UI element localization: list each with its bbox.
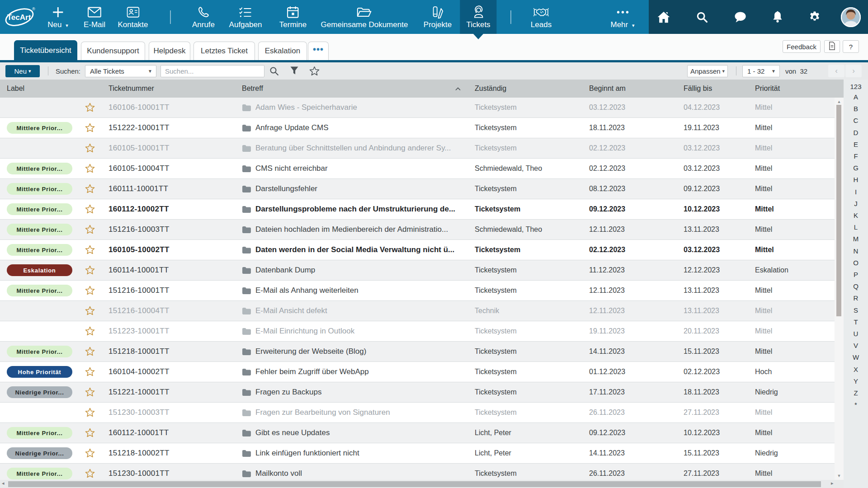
star-icon[interactable] [85,448,95,460]
alpha-index-123[interactable]: 123 [844,83,868,90]
ticket-subject[interactable]: CMS nicht erreichbar [255,159,328,178]
column-header-ticketnummer[interactable]: Ticketnummer [108,80,154,98]
alpha-index-U[interactable]: U [844,330,868,338]
ticket-subject[interactable]: Gibt es neue Updates [255,423,330,443]
ticket-subject[interactable]: E-Mail als Anhang weiterleiten [255,281,359,300]
star-icon[interactable] [85,347,95,358]
ticket-row[interactable]: Mittlere Prior...151230-10001TTMailkonto… [0,464,835,480]
alpha-index-R[interactable]: R [844,294,868,302]
alpha-index-Q[interactable]: Q [844,282,868,290]
alpha-index-K[interactable]: K [844,211,868,219]
star-icon[interactable] [85,204,95,216]
column-header-label[interactable]: Label [7,80,24,98]
alpha-index-B[interactable]: B [844,105,868,113]
ticket-subject[interactable]: Beratung über Schnittstellen und Anbindu… [255,138,451,158]
alpha-index-H[interactable]: H [844,176,868,183]
alpha-index-T[interactable]: T [844,318,868,326]
horizontal-scrollbar-thumb[interactable] [8,481,821,487]
alpha-index-L[interactable]: L [844,223,868,231]
ticket-subject[interactable]: Darstellungsfehler [255,179,317,199]
tab-ticketübersicht[interactable]: Ticketübersicht [14,40,77,60]
alpha-index-N[interactable]: N [844,247,868,255]
gear-icon[interactable] [808,0,821,34]
ticket-subject[interactable]: Fragen zur Bearbeitung von Signaturen [255,403,390,422]
ticket-row[interactable]: Mittlere Prior...160112-10002TTDarstellu… [0,199,835,220]
star-icon[interactable] [85,245,95,256]
scroll-right-arrow[interactable]: ▸ [831,480,834,486]
notes-button[interactable] [824,40,840,53]
alpha-index-J[interactable]: J [844,200,868,207]
alpha-index-W[interactable]: W [844,353,868,361]
bell-icon[interactable] [771,0,784,34]
nav-item-dokumente[interactable]: Gemeinsame Dokumente [315,0,415,34]
ticket-row[interactable]: Hohe Priorität160104-10002TTFehler beim … [0,362,835,382]
ticket-subject[interactable]: E-Mail Einrichtung in Outlook [255,321,354,341]
ticket-row[interactable]: Mittlere Prior...160105-10004TTCMS nicht… [0,159,835,179]
ticket-row[interactable]: Mittlere Prior...160112-10001TTGibt es n… [0,423,835,443]
star-icon[interactable] [85,265,95,277]
column-header-prioritaet[interactable]: Priorität [755,80,780,98]
star-icon[interactable] [85,428,95,439]
alpha-index-A[interactable]: A [844,93,868,101]
alpha-index-I[interactable]: I [844,188,868,196]
ticket-filter-select[interactable]: Alle Tickets▼ [85,65,156,77]
alpha-index-S[interactable]: S [844,306,868,314]
user-avatar[interactable] [840,0,861,34]
alpha-index-E[interactable]: E [844,141,868,148]
alpha-index-D[interactable]: D [844,129,868,136]
ticket-row[interactable]: 151223-10001TTE-Mail Einrichtung in Outl… [0,321,835,342]
favorite-icon[interactable] [309,66,320,78]
tecart-logo[interactable]: TecArt® [5,5,36,31]
ticket-row[interactable]: Mittlere Prior...151216-10003TTDateien h… [0,220,835,240]
nav-item-termine[interactable]: Termine [273,0,313,34]
nav-item-kontakte[interactable]: Kontakte [111,0,154,34]
star-icon[interactable] [85,408,95,419]
horizontal-scrollbar[interactable]: ◂ ▸ [0,480,844,488]
ticket-row[interactable]: Mittlere Prior...160111-10001TTDarstellu… [0,179,835,199]
scroll-left-arrow[interactable]: ◂ [2,480,5,486]
alpha-index-C[interactable]: C [844,117,868,124]
ticket-row[interactable]: 160106-10001TTAdam Wies - Speicherhavari… [0,98,835,118]
tab-kundensupport[interactable]: Kundensupport [81,42,145,60]
alpha-index-*[interactable]: * [844,401,868,408]
ticket-subject[interactable]: Adam Wies - Speicherhavarie [255,98,357,117]
star-icon[interactable] [85,387,95,399]
star-icon[interactable] [85,225,95,236]
ticket-subject[interactable]: Mailkonto voll [255,464,302,480]
ticket-subject[interactable]: Datenbank Dump [255,260,315,280]
chat-icon[interactable] [733,0,747,34]
help-button[interactable]: ? [843,40,859,53]
ticket-row[interactable]: Niedrige Prior...151221-10001TTFragen zu… [0,382,835,403]
vertical-scrollbar[interactable]: ▲ ▼ [835,98,844,480]
nav-item-aufgaben[interactable]: Aufgaben [223,0,269,34]
column-header-zustaendig[interactable]: Zuständig [475,80,506,98]
star-icon[interactable] [85,367,95,378]
ticket-row[interactable]: 151230-10003TTFragen zur Bearbeitung von… [0,403,835,423]
nav-item-mehr[interactable]: Mehr ▾ [604,0,641,34]
nav-item-email[interactable]: E-Mail [77,0,112,34]
alpha-index-Y[interactable]: Y [844,377,868,385]
tab-more[interactable]: ••• [308,42,329,60]
prev-page-button[interactable]: ‹ [828,65,844,77]
star-icon[interactable] [85,164,95,175]
ticket-row[interactable]: Niedrige Prior...151218-10002TTLink einf… [0,443,835,464]
ticket-row[interactable]: Mittlere Prior...160105-10002TTDaten wer… [0,240,835,260]
column-header-faellig-bis[interactable]: Fällig bis [684,80,712,98]
scroll-up-arrow[interactable]: ▲ [835,99,844,104]
scroll-down-arrow[interactable]: ▼ [835,474,844,478]
star-icon[interactable] [85,143,95,155]
filter-icon[interactable] [290,66,299,77]
nav-item-neu[interactable]: Neu ▾ [41,0,74,34]
alpha-index-X[interactable]: X [844,366,868,373]
home-icon[interactable] [657,0,670,34]
sort-ascending-icon[interactable] [455,80,461,98]
tab-helpdesk[interactable]: Helpdesk [149,42,190,60]
alpha-index-F[interactable]: F [844,152,868,160]
ticket-subject[interactable]: Link einfügen funktioniert nicht [255,443,359,463]
ticket-row[interactable]: Eskalation160114-10001TTDatenbank DumpTi… [0,260,835,281]
feedback-button[interactable]: Feedback [783,40,821,53]
ticket-subject[interactable]: Daten werden in der Social Media Verwalt… [255,240,454,260]
alpha-index-G[interactable]: G [844,164,868,172]
star-icon[interactable] [85,123,95,134]
search-icon[interactable] [269,66,279,78]
